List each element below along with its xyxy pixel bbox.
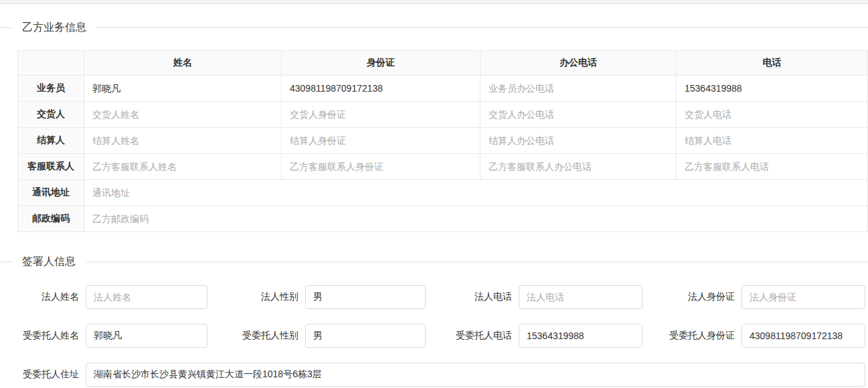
section-divider-party-b: 乙方业务信息	[0, 19, 868, 35]
agent-phone-label: 受委托人电话	[426, 330, 519, 342]
signer-form: 法人姓名 法人性别 法人电话 法人身份证 受委托人姓名 受委托人性别 受委托人电…	[0, 285, 868, 387]
deliverer-id-card-input[interactable]	[290, 109, 472, 120]
settler-name-input[interactable]	[92, 135, 273, 146]
divider-line-right	[86, 262, 868, 262]
table-row-deliverer: 交货人	[18, 102, 868, 128]
service-contact-name-input[interactable]	[92, 161, 273, 172]
salesman-name-input[interactable]	[92, 84, 273, 94]
agent-id-card-input[interactable]	[742, 324, 865, 348]
service-contact-office-phone-input[interactable]	[489, 161, 668, 172]
row-label-deliverer: 交货人	[18, 102, 84, 128]
table-row-salesman: 业务员	[18, 76, 868, 102]
legal-id-card-input[interactable]	[742, 285, 865, 309]
salesman-id-card-input[interactable]	[290, 83, 472, 94]
settler-office-phone-input[interactable]	[489, 135, 668, 146]
legal-name-input[interactable]	[86, 285, 207, 309]
settler-id-card-input[interactable]	[290, 135, 472, 146]
signer-form-row-agent: 受委托人姓名 受委托人性别 受委托人电话 受委托人身份证	[0, 324, 868, 348]
deliverer-phone-input[interactable]	[685, 109, 859, 120]
legal-phone-input[interactable]	[519, 285, 642, 309]
col-header-phone: 电话	[677, 51, 868, 76]
deliverer-office-phone-input[interactable]	[489, 109, 668, 120]
service-contact-id-card-input[interactable]	[290, 161, 472, 172]
section-title-signer: 签署人信息	[12, 254, 86, 270]
section-title-party-b: 乙方业务信息	[12, 19, 96, 35]
row-label-settler: 结算人	[18, 128, 84, 154]
legal-id-card-label: 法人身份证	[642, 291, 742, 303]
postal-code-input[interactable]	[92, 213, 859, 224]
row-label-mailing-address: 通讯地址	[18, 180, 84, 206]
agent-id-card-label: 受委托人身份证	[642, 330, 742, 342]
agent-phone-input[interactable]	[519, 324, 642, 348]
party-b-table: 姓名 身份证 办公电话 电话 业务员 交货人 结算人 客	[17, 50, 868, 232]
top-divider-bar	[0, 0, 868, 4]
agent-address-label: 受委托人住址	[0, 369, 86, 381]
signer-form-row-agent-address: 受委托人住址	[0, 363, 868, 387]
salesman-office-phone-input[interactable]	[489, 83, 668, 94]
table-row-postal-code: 邮政编码	[18, 206, 868, 232]
service-contact-phone-input[interactable]	[685, 161, 859, 172]
section-divider-signer: 签署人信息	[0, 254, 868, 270]
agent-name-input[interactable]	[86, 324, 207, 348]
legal-gender-label: 法人性别	[207, 291, 305, 303]
col-header-empty	[18, 51, 84, 76]
row-label-service-contact: 客服联系人	[18, 154, 84, 180]
table-row-settler: 结算人	[18, 128, 868, 154]
col-header-id-card: 身份证	[282, 51, 481, 76]
row-label-salesman: 业务员	[18, 76, 84, 102]
legal-phone-label: 法人电话	[426, 291, 519, 303]
row-label-postal-code: 邮政编码	[18, 206, 84, 232]
table-row-service-contact: 客服联系人	[18, 154, 868, 180]
agent-address-input[interactable]	[86, 363, 865, 387]
legal-name-label: 法人姓名	[0, 291, 86, 303]
signer-form-row-legal: 法人姓名 法人性别 法人电话 法人身份证	[0, 285, 868, 309]
divider-line-left	[0, 27, 12, 28]
settler-phone-input[interactable]	[685, 135, 859, 146]
mailing-address-input[interactable]	[92, 187, 859, 198]
col-header-name: 姓名	[84, 51, 282, 76]
col-header-office-phone: 办公电话	[481, 51, 677, 76]
deliverer-name-input[interactable]	[92, 109, 273, 120]
agent-gender-label: 受委托人性别	[207, 330, 305, 342]
divider-line-left	[0, 262, 12, 262]
table-row-mailing-address: 通讯地址	[18, 180, 868, 206]
table-header-row: 姓名 身份证 办公电话 电话	[18, 51, 868, 76]
agent-name-label: 受委托人姓名	[0, 330, 86, 342]
divider-line-right	[96, 27, 868, 28]
agent-gender-input[interactable]	[305, 324, 426, 348]
legal-gender-input[interactable]	[305, 285, 426, 309]
salesman-phone-input[interactable]	[685, 83, 859, 94]
